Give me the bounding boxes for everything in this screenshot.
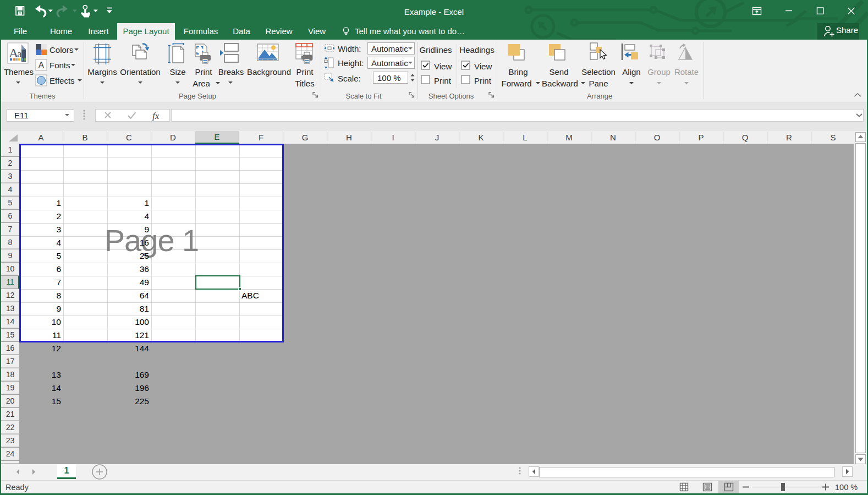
svg-text:fx: fx xyxy=(152,111,160,121)
svg-text:A: A xyxy=(39,61,45,70)
svg-text:a: a xyxy=(17,48,22,59)
